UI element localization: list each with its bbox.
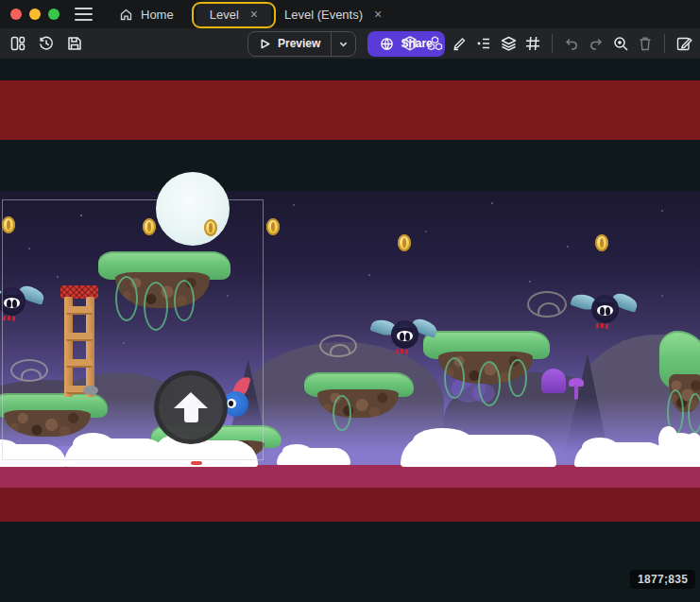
cloud[interactable] xyxy=(655,433,700,467)
trash-icon[interactable] xyxy=(636,33,655,54)
tab-level-events[interactable]: Level (Events) × xyxy=(271,0,395,28)
scene-canvas[interactable]: 1877;835 xyxy=(0,59,700,602)
redo-icon[interactable] xyxy=(587,33,606,54)
titlebar: Home Level × Level (Events) × xyxy=(0,0,700,28)
floating-island[interactable] xyxy=(659,331,700,429)
play-icon xyxy=(259,38,271,50)
close-tab-icon[interactable]: × xyxy=(374,8,382,21)
history-icon[interactable] xyxy=(37,33,56,54)
globe-icon xyxy=(380,37,394,51)
save-icon[interactable] xyxy=(65,33,84,54)
maximize-window-button[interactable] xyxy=(48,9,60,20)
ufo-outline[interactable] xyxy=(319,335,357,357)
close-window-button[interactable] xyxy=(10,9,22,20)
undo-icon[interactable] xyxy=(562,33,581,54)
preview-label: Preview xyxy=(278,37,320,50)
zoom-in-icon[interactable] xyxy=(611,33,630,54)
tab-label: Home xyxy=(141,8,174,22)
object-groups-icon[interactable] xyxy=(425,33,444,54)
coin[interactable] xyxy=(2,216,15,233)
traffic-lights xyxy=(0,9,60,20)
coin[interactable] xyxy=(266,218,280,235)
minimize-window-button[interactable] xyxy=(29,9,41,20)
cloud[interactable] xyxy=(401,435,556,467)
tab-level[interactable]: Level × xyxy=(196,0,271,28)
jump-arrow-button[interactable] xyxy=(154,370,228,444)
close-tab-icon[interactable]: × xyxy=(250,8,258,21)
bat-enemy[interactable] xyxy=(572,291,638,335)
tab-label: Level (Events) xyxy=(284,8,363,22)
instances-list-icon[interactable] xyxy=(474,33,493,54)
scene-properties-icon[interactable] xyxy=(674,33,693,54)
pencil-icon[interactable] xyxy=(450,33,469,54)
red-marker xyxy=(191,461,202,465)
floating-island[interactable] xyxy=(423,329,554,391)
up-arrow-icon xyxy=(174,392,208,422)
tab-home[interactable]: Home xyxy=(106,0,187,28)
hamburger-menu-icon[interactable] xyxy=(75,8,93,22)
tab-label: Level xyxy=(210,8,239,22)
home-icon xyxy=(119,8,133,22)
stars xyxy=(0,191,2,193)
objects-icon[interactable] xyxy=(401,33,419,54)
preview-button[interactable]: Preview xyxy=(248,32,331,56)
bottom-lava-band[interactable] xyxy=(0,488,700,522)
chevron-down-icon xyxy=(338,39,349,49)
cursor-coordinates-badge: 1877;835 xyxy=(630,570,695,589)
grid-icon[interactable] xyxy=(523,33,542,54)
coin[interactable] xyxy=(143,218,156,235)
ufo-outline[interactable] xyxy=(527,291,567,318)
coin[interactable] xyxy=(595,234,608,251)
editor-toolbar: Preview Share xyxy=(0,28,700,59)
cloud[interactable] xyxy=(277,448,350,465)
moon[interactable] xyxy=(156,172,230,246)
coin[interactable] xyxy=(204,219,217,236)
tab-bar: Home Level × Level (Events) × xyxy=(106,0,395,28)
layers-icon[interactable] xyxy=(499,33,518,54)
bottom-floor-band[interactable] xyxy=(0,465,700,488)
panels-icon[interactable] xyxy=(9,33,27,54)
floating-island[interactable] xyxy=(304,370,418,421)
preview-button-group: Preview xyxy=(248,31,356,57)
app-window: Home Level × Level (Events) × xyxy=(0,0,700,602)
preview-dropdown-button[interactable] xyxy=(332,32,355,56)
bat-enemy[interactable] xyxy=(371,317,437,360)
top-floor-band[interactable] xyxy=(0,80,700,140)
coin[interactable] xyxy=(398,234,411,251)
